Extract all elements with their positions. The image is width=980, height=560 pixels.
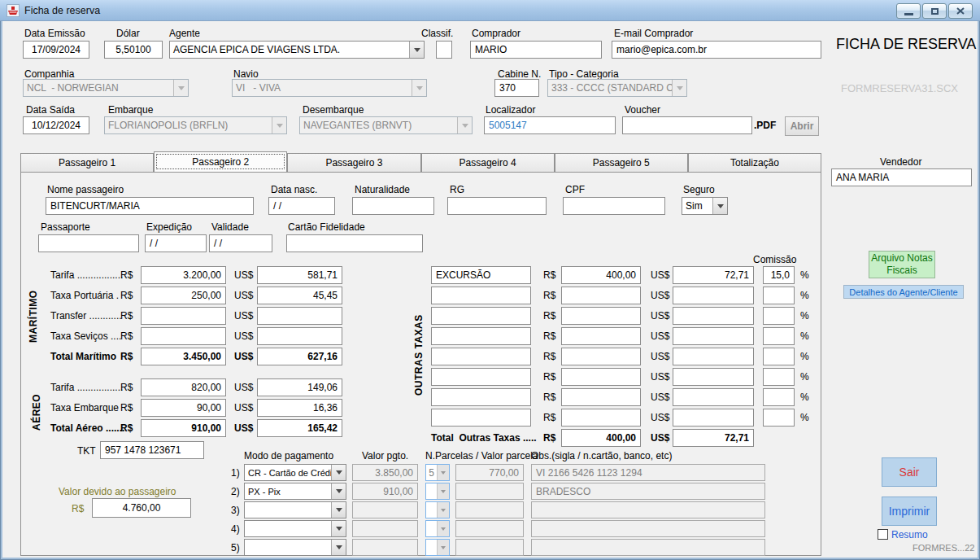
outras-taxa-us-field[interactable] <box>673 368 754 386</box>
tab-passageiro-2[interactable]: Passageiro 2 <box>154 151 287 172</box>
outras-taxa-comissao-field[interactable] <box>763 388 795 406</box>
outras-taxa-rs-field[interactable]: 400,00 <box>561 266 641 284</box>
chevron-down-icon[interactable] <box>437 502 449 518</box>
outras-taxa-us-field[interactable] <box>673 348 754 365</box>
detalhes-agente-cliente-button[interactable]: Detalhes do Agente/Cliente <box>843 285 964 299</box>
chevron-down-icon[interactable] <box>712 198 727 214</box>
maritimo-taxa-portuaria-us-field[interactable]: 45,45 <box>257 287 342 304</box>
n-parcelas-spinner-5[interactable] <box>425 539 450 556</box>
naturalidade-field[interactable] <box>352 197 434 215</box>
tkt-field[interactable]: 957 1478 123671 <box>100 441 204 459</box>
tab-passageiro-4[interactable]: Passageiro 4 <box>421 153 555 172</box>
n-parcelas-spinner-3[interactable] <box>425 501 450 518</box>
outras-taxa-nome-field[interactable] <box>431 348 531 365</box>
outras-taxa-comissao-field[interactable]: 15,0 <box>763 266 795 284</box>
outras-taxa-rs-field[interactable] <box>561 307 641 325</box>
outras-taxa-nome-field[interactable] <box>431 368 531 386</box>
chevron-down-icon[interactable] <box>331 540 346 555</box>
chevron-down-icon[interactable] <box>437 465 449 480</box>
passaporte-field[interactable] <box>38 234 139 252</box>
chevron-down-icon[interactable] <box>331 521 346 536</box>
n-parcelas-spinner-2[interactable] <box>425 483 450 500</box>
cabine-field[interactable]: 370 <box>494 79 539 97</box>
comprador-field[interactable]: MARIO <box>470 41 602 59</box>
outras-taxa-us-field[interactable] <box>673 388 754 406</box>
outras-taxa-nome-field[interactable]: EXCURSÃO <box>431 266 531 284</box>
close-button[interactable] <box>948 3 973 19</box>
outras-taxa-nome-field[interactable] <box>431 388 531 406</box>
outras-taxa-us-field[interactable]: 72,71 <box>673 266 754 284</box>
vendedor-field[interactable]: ANA MARIA <box>831 168 972 186</box>
maritimo-transfer-us-field[interactable] <box>257 307 342 325</box>
outras-taxa-comissao-field[interactable] <box>763 327 795 345</box>
chevron-down-icon[interactable] <box>331 465 346 480</box>
tab-passageiro-1[interactable]: Passageiro 1 <box>20 153 154 172</box>
chevron-down-icon[interactable] <box>331 483 346 499</box>
outras-taxa-comissao-field[interactable] <box>763 348 795 365</box>
tab-passageiro-5[interactable]: Passageiro 5 <box>555 153 688 172</box>
maritimo-taxa-servicos-rs-field[interactable] <box>141 327 226 345</box>
modo-pagamento-combobox-3[interactable] <box>244 501 346 518</box>
validade-field[interactable]: / / <box>209 234 272 252</box>
outras-taxa-nome-field[interactable] <box>431 409 531 427</box>
tab-totalizacao[interactable]: Totalização <box>688 153 821 172</box>
modo-pagamento-combobox-5[interactable] <box>244 539 346 556</box>
restore-button[interactable] <box>922 3 947 19</box>
outras-taxa-comissao-field[interactable] <box>763 409 795 427</box>
resumo-checkbox[interactable] <box>878 529 888 540</box>
tab-passageiro-3[interactable]: Passageiro 3 <box>287 153 420 172</box>
aereo-tarifa-us-field[interactable]: 149,06 <box>257 378 342 396</box>
outras-taxa-comissao-field[interactable] <box>763 307 795 325</box>
maritimo-taxa-portuaria-rs-field[interactable]: 250,00 <box>141 287 226 304</box>
chevron-down-icon[interactable] <box>437 540 449 555</box>
data-saida-field[interactable]: 10/12/2024 <box>23 116 89 134</box>
outras-taxa-us-field[interactable] <box>673 327 754 345</box>
outras-taxa-rs-field[interactable] <box>561 287 641 304</box>
data-nasc-field[interactable]: / / <box>268 197 335 215</box>
chevron-down-icon[interactable] <box>437 521 449 536</box>
outras-taxa-us-field[interactable] <box>673 307 754 325</box>
outras-taxa-nome-field[interactable] <box>431 287 531 304</box>
sair-button[interactable]: Sair <box>882 457 937 487</box>
voucher-field[interactable] <box>622 116 752 134</box>
outras-taxa-rs-field[interactable] <box>561 348 641 365</box>
cpf-field[interactable] <box>563 197 665 215</box>
modo-pagamento-combobox-2[interactable]: PX - Pix <box>244 483 346 500</box>
data-emissao-field[interactable]: 17/09/2024 <box>23 41 89 59</box>
outras-taxa-rs-field[interactable] <box>561 409 641 427</box>
maritimo-tarifa-rs-field[interactable]: 3.200,00 <box>141 266 226 284</box>
email-comprador-field[interactable]: mario@epica.com.br <box>612 41 821 59</box>
modo-pagamento-combobox-1[interactable]: CR - Cartão de Crédito <box>244 464 346 481</box>
outras-taxa-rs-field[interactable] <box>561 388 641 406</box>
agente-combobox[interactable]: AGENCIA EPICA DE VIAGENS LTDA. <box>169 41 425 59</box>
expedicao-field[interactable]: / / <box>145 234 207 252</box>
outras-taxa-nome-field[interactable] <box>431 307 531 325</box>
outras-taxa-us-field[interactable] <box>673 287 754 304</box>
classif-field[interactable] <box>436 41 452 59</box>
nome-passageiro-field[interactable]: BITENCURT/MARIA <box>46 197 254 215</box>
n-parcelas-spinner-4[interactable] <box>425 520 450 537</box>
imprimir-button[interactable]: Imprimir <box>882 497 937 526</box>
outras-taxa-comissao-field[interactable] <box>763 368 795 386</box>
dolar-field[interactable]: 5,50100 <box>104 41 163 59</box>
modo-pagamento-combobox-4[interactable] <box>244 520 346 537</box>
aereo-taxa-embarque-rs-field[interactable]: 90,00 <box>141 399 226 417</box>
chevron-down-icon[interactable] <box>437 483 449 499</box>
outras-taxa-us-field[interactable] <box>673 409 754 427</box>
outras-taxa-rs-field[interactable] <box>561 368 641 386</box>
aereo-tarifa-rs-field[interactable]: 820,00 <box>141 378 226 396</box>
rg-field[interactable] <box>447 197 547 215</box>
abrir-button[interactable]: Abrir <box>785 116 819 136</box>
localizador-field[interactable]: 5005147 <box>484 116 616 134</box>
aereo-taxa-embarque-us-field[interactable]: 16,36 <box>257 399 342 417</box>
outras-taxa-rs-field[interactable] <box>561 327 641 345</box>
cartao-fidelidade-field[interactable] <box>286 234 423 252</box>
maritimo-taxa-servicos-us-field[interactable] <box>257 327 342 345</box>
chevron-down-icon[interactable] <box>331 502 346 518</box>
outras-taxa-nome-field[interactable] <box>431 327 531 345</box>
minimize-button[interactable] <box>896 3 921 19</box>
seguro-combobox[interactable]: Sim <box>682 197 728 215</box>
chevron-down-icon[interactable] <box>409 42 424 58</box>
arquivo-notas-fiscais-button[interactable]: Arquivo Notas Fiscais <box>869 251 935 278</box>
maritimo-transfer-rs-field[interactable] <box>141 307 226 325</box>
